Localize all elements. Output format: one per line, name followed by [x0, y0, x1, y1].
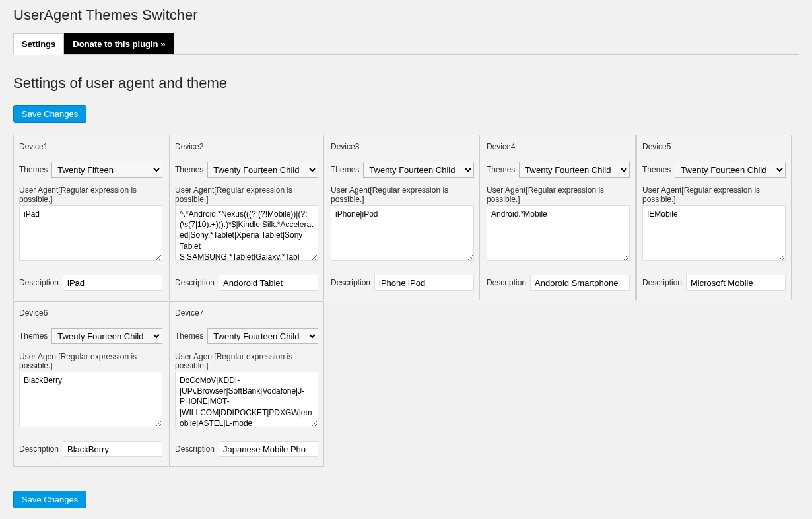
page-title: UserAgent Themes Switcher: [13, 7, 799, 24]
themes-label: Themes: [175, 165, 203, 174]
themes-row: ThemesTwenty Fifteen: [19, 162, 162, 178]
device-title: Device4: [487, 142, 630, 151]
device-grid: Device1ThemesTwenty FifteenUser Agent[Re…: [13, 135, 799, 467]
device-card: Device3ThemesTwenty Fourteen ChildUser A…: [325, 135, 480, 300]
themes-row: ThemesTwenty Fourteen Child: [175, 162, 318, 178]
user-agent-label: User Agent[Regular expression is possibl…: [642, 186, 786, 204]
user-agent-label: User Agent[Regular expression is possibl…: [487, 186, 630, 204]
tab-settings[interactable]: Settings: [13, 33, 64, 55]
description-input[interactable]: [374, 275, 474, 291]
user-agent-textarea[interactable]: [19, 205, 162, 261]
themes-select[interactable]: Twenty Fourteen Child: [363, 162, 474, 178]
themes-row: ThemesTwenty Fourteen Child: [487, 162, 630, 178]
themes-select[interactable]: Twenty Fourteen Child: [207, 328, 318, 344]
themes-row: ThemesTwenty Fourteen Child: [642, 162, 786, 178]
description-input[interactable]: [219, 441, 318, 457]
themes-label: Themes: [175, 331, 203, 341]
device-card: Device5ThemesTwenty Fourteen ChildUser A…: [636, 135, 792, 300]
themes-label: Themes: [19, 165, 48, 174]
device-card: Device6ThemesTwenty Fourteen ChildUser A…: [13, 301, 168, 467]
user-agent-label: User Agent[Regular expression is possibl…: [19, 186, 162, 204]
user-agent-textarea[interactable]: [487, 205, 630, 261]
description-input[interactable]: [63, 275, 162, 291]
user-agent-label: User Agent[Regular expression is possibl…: [175, 352, 318, 370]
description-label: Description: [19, 278, 59, 287]
device-title: Device2: [175, 142, 318, 151]
user-agent-label: User Agent[Regular expression is possibl…: [175, 186, 318, 204]
device-card: Device7ThemesTwenty Fourteen ChildUser A…: [169, 301, 324, 467]
themes-label: Themes: [331, 165, 359, 174]
themes-select[interactable]: Twenty Fourteen Child: [675, 162, 786, 178]
themes-row: ThemesTwenty Fourteen Child: [175, 328, 318, 344]
user-agent-textarea[interactable]: [175, 372, 318, 427]
themes-label: Themes: [19, 331, 48, 341]
user-agent-textarea[interactable]: [642, 205, 786, 261]
description-label: Description: [175, 278, 215, 287]
description-row: Description: [175, 275, 318, 291]
description-label: Description: [331, 278, 370, 287]
description-row: Description: [331, 275, 474, 291]
device-title: Device1: [19, 142, 162, 151]
themes-select[interactable]: Twenty Fourteen Child: [207, 162, 318, 178]
user-agent-label: User Agent[Regular expression is possibl…: [331, 186, 474, 204]
device-card: Device2ThemesTwenty Fourteen ChildUser A…: [169, 135, 324, 300]
device-title: Device5: [642, 142, 786, 151]
themes-row: ThemesTwenty Fourteen Child: [331, 162, 474, 178]
device-card: Device1ThemesTwenty FifteenUser Agent[Re…: [13, 135, 168, 300]
description-label: Description: [487, 278, 526, 287]
device-card: Device4ThemesTwenty Fourteen ChildUser A…: [481, 135, 636, 300]
user-agent-textarea[interactable]: [175, 205, 318, 261]
section-title: Settings of user agent and theme: [13, 75, 799, 92]
description-input[interactable]: [530, 275, 630, 291]
description-row: Description: [19, 441, 162, 457]
description-label: Description: [642, 278, 682, 287]
description-label: Description: [19, 444, 59, 454]
themes-select[interactable]: Twenty Fifteen: [51, 162, 162, 178]
description-label: Description: [175, 444, 215, 454]
save-button-top[interactable]: Save Changes: [13, 105, 86, 123]
themes-label: Themes: [487, 165, 515, 174]
save-button-bottom[interactable]: Save Changes: [13, 491, 86, 508]
themes-select[interactable]: Twenty Fourteen Child: [519, 162, 630, 178]
device-title: Device6: [19, 308, 162, 318]
user-agent-textarea[interactable]: [19, 372, 162, 427]
description-row: Description: [642, 275, 786, 291]
themes-label: Themes: [642, 165, 671, 174]
description-row: Description: [487, 275, 630, 291]
themes-row: ThemesTwenty Fourteen Child: [19, 328, 162, 344]
themes-select[interactable]: Twenty Fourteen Child: [51, 328, 162, 344]
device-title: Device7: [175, 308, 318, 318]
description-input[interactable]: [219, 275, 318, 291]
user-agent-label: User Agent[Regular expression is possibl…: [19, 352, 162, 370]
description-row: Description: [19, 275, 162, 291]
description-row: Description: [175, 441, 318, 457]
user-agent-textarea[interactable]: [331, 205, 474, 261]
tabs: Settings Donate to this plugin »: [13, 33, 799, 55]
tab-donate[interactable]: Donate to this plugin »: [64, 33, 174, 54]
description-input[interactable]: [686, 275, 786, 291]
device-title: Device3: [331, 142, 474, 151]
description-input[interactable]: [63, 441, 162, 457]
